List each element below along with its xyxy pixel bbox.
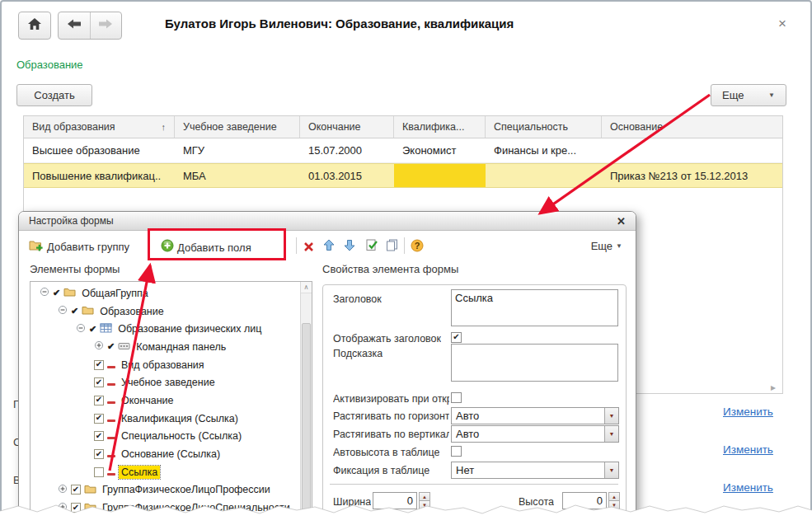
table-cell[interactable]: Финансы и кре... (486, 138, 602, 162)
auto-height-checkbox[interactable] (451, 446, 462, 457)
copy-button[interactable] (386, 239, 398, 255)
check-all-button[interactable] (366, 239, 378, 255)
move-up-button[interactable] (323, 239, 335, 255)
tree-item-label[interactable]: Командная панель (134, 340, 228, 354)
table-cell[interactable]: 01.03.2015 (300, 164, 394, 187)
help-button[interactable]: ? (411, 239, 424, 255)
tree-item[interactable]: Учебное заведение (31, 373, 312, 391)
table-cell[interactable] (394, 164, 486, 187)
table-row[interactable]: Повышение квалификац..МБА01.03.2015Прика… (24, 163, 782, 188)
expander-minus-icon[interactable] (76, 323, 86, 335)
visibility-checkbox[interactable] (94, 377, 104, 387)
expander-plus-icon[interactable] (94, 340, 104, 353)
change-link[interactable]: Изменить (723, 481, 781, 494)
column-header[interactable]: Окончание (300, 116, 394, 138)
scrollbar-thumb[interactable] (302, 323, 311, 523)
add-fields-button[interactable]: Добавить поля (161, 239, 251, 255)
scroll-up-icon[interactable]: ∧ (301, 282, 312, 293)
expander-minus-icon[interactable] (58, 305, 68, 317)
add-group-button[interactable]: Добавить группу (29, 239, 129, 255)
delete-button[interactable] (303, 241, 314, 255)
tree-item[interactable]: ГруппаФизическоеЛицоПрофессии (31, 481, 312, 499)
tree-item-label[interactable]: ГруппаФизическоеЛицоСпециальности (100, 501, 293, 514)
table-fix-select[interactable]: Нет ▼ (451, 462, 619, 479)
tree-item-selected[interactable]: Ссылка (31, 463, 312, 481)
table-cell[interactable]: Повышение квалификац.. (24, 164, 175, 187)
tree-item-label[interactable]: Специальность (Ссылка) (119, 429, 244, 443)
spin-down-icon[interactable]: ▼ (608, 501, 620, 509)
visibility-checkbox[interactable] (94, 467, 104, 477)
change-link[interactable]: Изменить (723, 405, 781, 418)
tree-item-label[interactable]: Квалификация (Ссылка) (119, 412, 241, 425)
table-cell[interactable] (602, 138, 782, 162)
table-cell[interactable]: Экономист (394, 138, 486, 162)
table-cell[interactable] (486, 164, 602, 187)
window-close-icon[interactable]: × (778, 16, 786, 30)
check-mark-icon[interactable]: ✔ (89, 325, 96, 334)
width-value[interactable]: 0 (373, 492, 417, 509)
tree-item[interactable]: ✔Образование (31, 302, 312, 321)
table-cell[interactable]: МБА (175, 164, 300, 187)
tree-item[interactable]: ✔Образование физических лиц (31, 320, 312, 338)
dialog-close-icon[interactable]: ✕ (617, 215, 626, 227)
more-button[interactable]: Еще ▼ (711, 84, 786, 106)
tree-item-label[interactable]: Учебное заведение (119, 376, 218, 389)
tree-item[interactable]: Вид образования (31, 356, 312, 374)
section-link-education[interactable]: Образование (16, 59, 83, 71)
table-cell[interactable]: МГУ (175, 138, 300, 162)
dialog-titlebar[interactable]: Настройка формы ✕ (19, 212, 636, 231)
visibility-checkbox[interactable] (94, 431, 104, 441)
tree-item-label[interactable]: ОбщаяГруппа (79, 287, 151, 300)
visibility-checkbox[interactable] (71, 503, 81, 513)
tree-item-label[interactable]: Образование физических лиц (115, 322, 264, 335)
check-mark-icon[interactable]: ✔ (71, 307, 78, 316)
show-title-checkbox[interactable] (451, 332, 462, 343)
column-header[interactable]: Учебное заведение (175, 116, 300, 138)
expander-minus-icon[interactable] (40, 287, 49, 299)
tree-item-label[interactable]: ГруппаФизическоеЛицоПрофессии (100, 483, 273, 496)
tree-scrollbar[interactable]: ∧ (300, 282, 312, 525)
column-header[interactable]: Основание (602, 116, 782, 138)
tree-item[interactable]: ✔Командная панель (31, 338, 312, 356)
tree-item-label[interactable]: Окончание (119, 394, 176, 407)
visibility-checkbox[interactable] (94, 414, 104, 424)
expander-plus-icon[interactable] (58, 502, 68, 514)
stretch-h-select[interactable]: Авто ▼ (451, 407, 619, 424)
chevron-down-icon[interactable]: ▼ (604, 408, 618, 424)
check-mark-icon[interactable]: ✔ (53, 288, 60, 298)
tree-item-label[interactable]: Ссылка (119, 466, 160, 479)
check-mark-icon[interactable]: ✔ (107, 342, 115, 351)
height-value[interactable]: 0 (562, 492, 607, 509)
chevron-down-icon[interactable]: ▼ (604, 426, 618, 442)
visibility-checkbox[interactable] (94, 449, 104, 459)
spin-up-icon[interactable]: ▲ (608, 492, 620, 501)
table-cell[interactable]: Высшее образование (24, 138, 175, 162)
change-link[interactable]: Изменить (723, 443, 781, 456)
tree-item[interactable]: Основание (Ссылка) (31, 445, 312, 463)
forward-button[interactable] (90, 12, 122, 39)
expander-plus-icon[interactable] (58, 484, 68, 496)
height-stepper[interactable]: 0 ▲▼ (562, 492, 620, 509)
table-row[interactable]: Высшее образованиеМГУ15.07.2000Экономист… (24, 138, 782, 163)
width-stepper[interactable]: 0 ▲▼ (373, 492, 430, 509)
activate-on-open-checkbox[interactable] (451, 392, 462, 403)
spin-down-icon[interactable]: ▼ (419, 501, 430, 509)
home-button[interactable] (18, 12, 51, 40)
tree-item[interactable]: Специальность (Ссылка) (31, 428, 312, 446)
stretch-v-select[interactable]: Авто ▼ (451, 425, 619, 443)
visibility-checkbox[interactable] (71, 485, 81, 495)
column-header[interactable]: Специальность (486, 116, 602, 138)
move-down-button[interactable] (344, 239, 355, 255)
tree-item[interactable]: ГруппаФизическоеЛицоСпециальности (31, 499, 312, 517)
table-cell[interactable]: 15.07.2000 (300, 138, 394, 162)
visibility-checkbox[interactable] (94, 360, 104, 370)
tree-item[interactable]: ✔ОбщаяГруппа (31, 284, 312, 302)
table-cell[interactable]: Приказ №213 от 15.12.2013 (602, 164, 782, 187)
tree-item[interactable]: Квалификация (Ссылка) (31, 410, 312, 428)
tree-item-label[interactable]: Образование (97, 305, 166, 318)
create-button[interactable]: Создать (16, 84, 92, 106)
tree-item-label[interactable]: Вид образования (119, 359, 207, 372)
spin-up-icon[interactable]: ▲ (419, 492, 430, 501)
dialog-more-button[interactable]: Еще ▼ (591, 240, 622, 252)
tree-item[interactable]: Окончание (31, 391, 312, 410)
